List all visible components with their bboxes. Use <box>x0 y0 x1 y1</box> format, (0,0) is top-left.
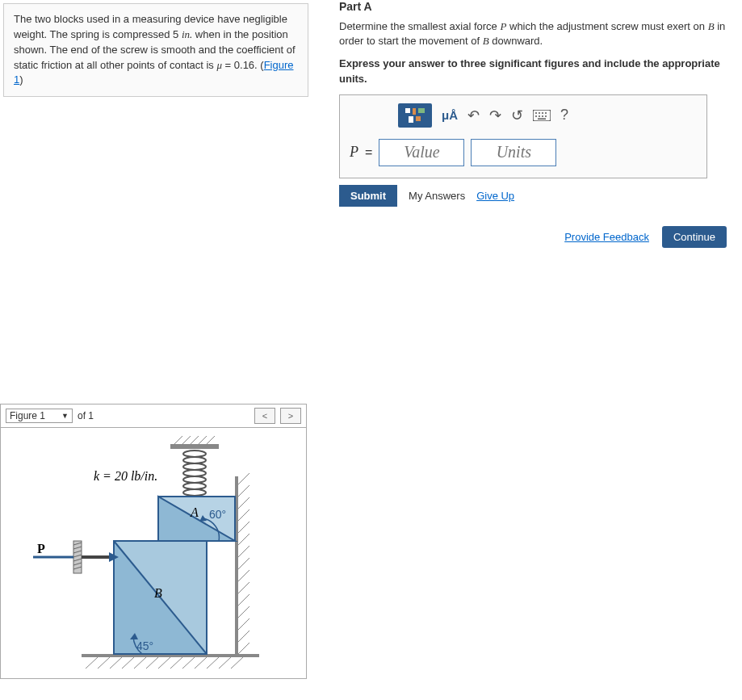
answer-var-label: P <box>350 144 358 161</box>
submit-row: Submit My Answers Give Up <box>339 185 734 207</box>
svg-point-73 <box>539 115 540 117</box>
svg-point-70 <box>542 112 543 114</box>
svg-line-22 <box>238 558 249 569</box>
provide-feedback-link[interactable]: Provide Feedback <box>564 231 649 243</box>
answer-box: μÅ ↶ ↷ ↺ ? P = <box>339 94 707 178</box>
my-answers-label: My Answers <box>409 190 465 202</box>
svg-line-15 <box>238 473 249 484</box>
svg-line-27 <box>238 618 249 630</box>
greek-button[interactable]: μÅ <box>442 108 458 122</box>
part-prompt: Determine the smallest axial force P whi… <box>339 19 734 48</box>
svg-line-29 <box>238 643 249 654</box>
answer-toolbar: μÅ ↶ ↷ ↺ ? <box>398 103 697 128</box>
svg-line-5 <box>134 657 146 669</box>
continue-button[interactable]: Continue <box>662 226 727 248</box>
svg-point-38 <box>183 463 206 470</box>
svg-point-75 <box>545 115 547 117</box>
svg-point-40 <box>183 476 206 483</box>
svg-rect-65 <box>409 116 413 123</box>
svg-line-35 <box>207 436 215 444</box>
svg-point-41 <box>183 483 206 489</box>
figure-of-label: of 1 <box>78 410 94 421</box>
give-up-link[interactable]: Give Up <box>476 190 514 202</box>
svg-line-2 <box>98 657 110 669</box>
reset-icon[interactable]: ↺ <box>511 107 523 124</box>
svg-line-34 <box>199 436 207 444</box>
feedback-row: Provide Feedback Continue <box>339 226 727 248</box>
svg-line-31 <box>174 436 182 444</box>
var-B2: B <box>483 35 489 47</box>
svg-line-7 <box>158 657 170 669</box>
problem-unit: in. <box>182 28 192 40</box>
svg-line-6 <box>146 657 158 669</box>
svg-line-11 <box>207 657 219 669</box>
svg-rect-66 <box>416 116 421 121</box>
svg-line-16 <box>238 485 249 497</box>
figure-diagram: k = 20 lb/in. P A 60° B 45° <box>33 428 283 678</box>
help-button[interactable]: ? <box>560 107 568 124</box>
svg-point-74 <box>542 115 543 117</box>
svg-line-28 <box>238 631 249 642</box>
svg-line-13 <box>231 657 243 669</box>
redo-icon[interactable]: ↷ <box>489 107 501 124</box>
svg-line-33 <box>191 436 199 444</box>
svg-line-1 <box>86 657 98 669</box>
prompt-4: downward. <box>489 35 543 47</box>
svg-point-72 <box>535 115 537 117</box>
svg-rect-64 <box>418 108 425 113</box>
fig-B-label: B <box>154 586 162 600</box>
part-title: Part A <box>339 0 734 13</box>
svg-line-10 <box>195 657 207 669</box>
keyboard-icon[interactable] <box>533 110 551 121</box>
part-instruction: Express your answer to three significant… <box>339 57 734 86</box>
svg-rect-76 <box>538 118 546 119</box>
svg-line-24 <box>238 582 249 593</box>
var-B1: B <box>708 20 715 32</box>
figure-select-label: Figure 1 <box>10 410 45 421</box>
svg-line-17 <box>238 497 249 509</box>
templates-button[interactable] <box>398 103 432 128</box>
fig-A-label: A <box>190 505 199 519</box>
svg-point-68 <box>535 112 537 114</box>
figure-next-button[interactable]: > <box>280 408 301 424</box>
fig-60-label: 60° <box>209 508 226 521</box>
svg-rect-30 <box>170 444 219 449</box>
svg-line-20 <box>238 534 249 545</box>
svg-line-12 <box>219 657 231 669</box>
svg-line-3 <box>110 657 122 669</box>
fig-k-label: k = 20 lb/in. <box>94 469 157 483</box>
svg-line-26 <box>238 606 249 618</box>
fig-45-label: 45° <box>136 639 153 652</box>
prompt-2: which the adjustment screw must exert on <box>506 20 707 32</box>
svg-line-4 <box>122 657 134 669</box>
problem-text-3: ) <box>19 73 23 86</box>
svg-line-25 <box>238 594 249 606</box>
svg-point-37 <box>183 457 206 463</box>
undo-icon[interactable]: ↶ <box>467 107 480 124</box>
figure-prev-button[interactable]: < <box>254 408 275 424</box>
svg-line-8 <box>170 657 182 669</box>
submit-button[interactable]: Submit <box>339 185 397 207</box>
mu-val: = 0.16. ( <box>222 59 264 71</box>
answer-eq: = <box>365 145 372 160</box>
figure-select[interactable]: Figure 1 ▼ <box>6 409 73 423</box>
units-input[interactable] <box>471 139 556 166</box>
svg-point-42 <box>183 489 206 496</box>
figure-panel: Figure 1 ▼ of 1 < > <box>0 404 307 679</box>
dropdown-icon: ▼ <box>61 412 69 420</box>
prompt-1: Determine the smallest axial force <box>339 20 500 32</box>
svg-line-32 <box>182 436 191 444</box>
problem-statement: The two blocks used in a measuring devic… <box>3 3 308 97</box>
svg-point-71 <box>545 112 547 114</box>
svg-point-69 <box>539 112 540 114</box>
svg-rect-63 <box>413 108 416 115</box>
value-input[interactable] <box>379 139 464 166</box>
svg-rect-62 <box>405 108 410 113</box>
svg-line-18 <box>238 509 249 521</box>
svg-line-21 <box>238 546 249 557</box>
answer-row: P = <box>350 139 697 166</box>
figure-header: Figure 1 ▼ of 1 < > <box>0 404 307 427</box>
fig-P-label: P <box>37 542 45 555</box>
figure-body: k = 20 lb/in. P A 60° B 45° <box>0 427 307 679</box>
svg-point-36 <box>183 451 206 457</box>
